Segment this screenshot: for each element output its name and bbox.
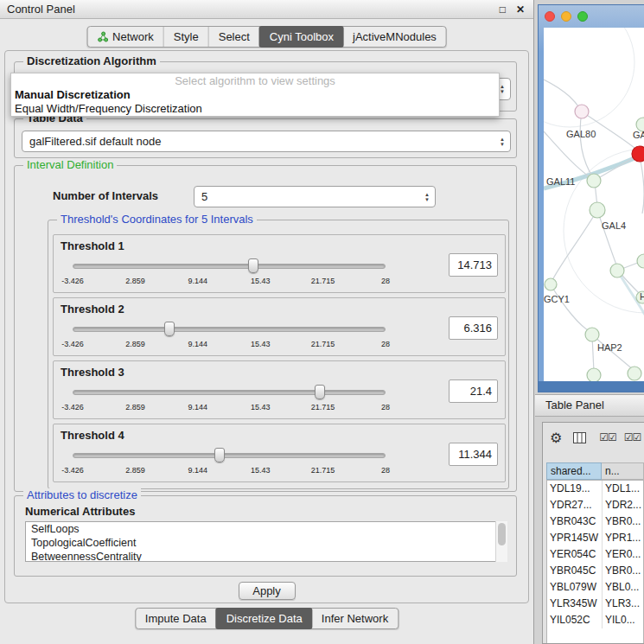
table-row[interactable]: YBL079WYBL0...: [547, 579, 643, 596]
threshold-value-field[interactable]: 6.316: [449, 316, 498, 340]
list-scrollbar[interactable]: [495, 521, 507, 562]
table-row[interactable]: YLR345WYLR3...: [547, 596, 643, 612]
threshold-slider[interactable]: [73, 448, 386, 463]
table-cell[interactable]: YBR0...: [603, 513, 643, 530]
table-head: shared...n...: [546, 462, 644, 480]
scrollbar-thumb[interactable]: [498, 523, 506, 545]
slider-track[interactable]: [73, 453, 386, 458]
tab-jactivemnodules[interactable]: jActiveMNodules: [343, 27, 446, 47]
tab-impute-data[interactable]: Impute Data: [136, 609, 217, 628]
network-node[interactable]: [610, 264, 624, 277]
network-node[interactable]: [585, 328, 599, 341]
slider-thumb[interactable]: [315, 385, 325, 399]
tab-select[interactable]: Select: [209, 27, 260, 47]
network-node[interactable]: [628, 367, 641, 380]
network-node[interactable]: [590, 202, 605, 218]
slider-track[interactable]: [73, 327, 386, 332]
table-cell[interactable]: YDR2...: [603, 497, 643, 513]
slider-track[interactable]: [73, 264, 386, 269]
table-cell[interactable]: YLR3...: [603, 596, 643, 612]
minimize-traffic-icon[interactable]: [561, 11, 571, 22]
list-item[interactable]: SelfLoops: [26, 522, 507, 536]
list-item[interactable]: BetweennessCentrality: [26, 550, 507, 562]
network-node-selected[interactable]: [632, 146, 644, 162]
threshold-slider[interactable]: [73, 322, 386, 337]
table-cell[interactable]: YBL0...: [603, 579, 643, 596]
table-panel-titlebar: Table Panel: [535, 394, 644, 417]
table-row[interactable]: YER054CYER0...: [547, 546, 643, 563]
tab-infer-network[interactable]: Infer Network: [312, 609, 398, 628]
gear-icon[interactable]: ⚙: [550, 430, 562, 446]
network-node[interactable]: [587, 368, 601, 382]
list-item[interactable]: TopologicalCoefficient: [26, 536, 507, 550]
table-cell[interactable]: YDL1...: [603, 481, 643, 497]
tab-label: Impute Data: [145, 609, 207, 628]
tick-label: 21.715: [311, 340, 335, 348]
number-of-intervals-spinner[interactable]: 5 ▲ ▼: [194, 186, 436, 207]
table-cell[interactable]: YIL052C: [547, 612, 603, 628]
slider-ticks: -3.4262.8599.14415.4321.71528: [73, 277, 386, 286]
table-cell[interactable]: YDR27...: [547, 497, 603, 513]
table-cell[interactable]: YPR1...: [603, 530, 643, 546]
table-cell[interactable]: YDL19...: [547, 481, 603, 497]
threshold-panel: Threshold 3-3.4262.8599.14415.4321.71528…: [53, 360, 506, 419]
close-traffic-icon[interactable]: [545, 11, 555, 22]
tab-discretize-data[interactable]: Discretize Data: [216, 608, 313, 629]
threshold-value-field[interactable]: 14.713: [449, 253, 498, 277]
table-cell[interactable]: YIL0...: [603, 612, 643, 628]
attribute-list[interactable]: SelfLoopsTopologicalCoefficientBetweenne…: [25, 521, 507, 562]
stepper-icon[interactable]: ▲ ▼: [494, 137, 510, 147]
table-data-combobox[interactable]: galFiltered.sif default node ▲ ▼: [22, 131, 511, 152]
table-cell[interactable]: YPR145W: [547, 530, 603, 546]
network-node[interactable]: [587, 174, 601, 188]
tab-network[interactable]: Network: [87, 27, 164, 47]
table-row[interactable]: YBR045CYBR0...: [547, 563, 643, 579]
table-row[interactable]: YBR043CYBR0...: [547, 513, 643, 530]
threshold-label: Threshold 3: [61, 366, 124, 379]
slider-thumb[interactable]: [214, 448, 225, 462]
threshold-slider[interactable]: [73, 258, 386, 274]
table-row[interactable]: YPR145WYPR1...: [547, 530, 643, 546]
threshold-slider[interactable]: [73, 385, 386, 400]
zoom-traffic-icon[interactable]: [577, 11, 588, 22]
slider-thumb[interactable]: [164, 322, 175, 336]
slider-ticks: -3.4262.8599.14415.4321.71528: [73, 340, 386, 349]
node-label: H: [640, 291, 644, 302]
network-node[interactable]: [637, 254, 644, 268]
table-cell[interactable]: YER054C: [547, 546, 603, 563]
slider-thumb[interactable]: [248, 258, 258, 273]
table-cell[interactable]: YBR0...: [603, 563, 643, 579]
network-node[interactable]: [545, 278, 557, 290]
slider-track[interactable]: [73, 390, 386, 395]
table-cell[interactable]: YBR043C: [547, 513, 603, 530]
table-cell[interactable]: YBR045C: [547, 563, 603, 579]
table-cell[interactable]: YBL079W: [547, 579, 603, 596]
table-cell[interactable]: YLR345W: [547, 596, 603, 612]
apply-button[interactable]: Apply: [239, 582, 296, 600]
tab-cyni-toolbox[interactable]: Cyni Toolbox: [259, 26, 344, 48]
select-all-icon[interactable]: ☑☑: [599, 431, 616, 443]
column-header[interactable]: shared...: [546, 462, 602, 480]
tick-label: 2.859: [125, 403, 145, 411]
dropdown-option-equal-width-frequency[interactable]: Equal Width/Frequency Discretization: [11, 102, 499, 116]
table-row[interactable]: YDL19...YDL1...: [547, 481, 643, 497]
stepper-down-icon: ▼: [500, 89, 505, 94]
table-row[interactable]: YDR27...YDR2...: [547, 497, 643, 513]
table-row[interactable]: YIL052CYIL0...: [547, 612, 643, 628]
node-label: GAL4: [602, 220, 626, 231]
column-header[interactable]: n...: [602, 462, 644, 480]
close-window-icon[interactable]: ✕: [516, 3, 525, 16]
stepper-icon[interactable]: ▲ ▼: [419, 192, 435, 202]
tab-label: Infer Network: [322, 609, 388, 628]
select-rows-icon[interactable]: ☑☑: [624, 431, 641, 443]
columns-icon[interactable]: [573, 432, 586, 443]
table-cell[interactable]: YER0...: [603, 546, 643, 563]
dropdown-option-manual-discretization[interactable]: Manual Discretization: [11, 88, 499, 102]
network-canvas[interactable]: GAL80 GA GAL11 GAL4 GCY1 H HAP2: [544, 28, 644, 382]
threshold-value-field[interactable]: 11.344: [449, 443, 498, 466]
tab-style[interactable]: Style: [164, 27, 209, 47]
threshold-value-field[interactable]: 21.4: [449, 379, 498, 403]
float-window-icon[interactable]: □: [500, 3, 506, 16]
group-label: Attributes to discretize: [23, 488, 141, 501]
network-node[interactable]: [575, 105, 589, 118]
